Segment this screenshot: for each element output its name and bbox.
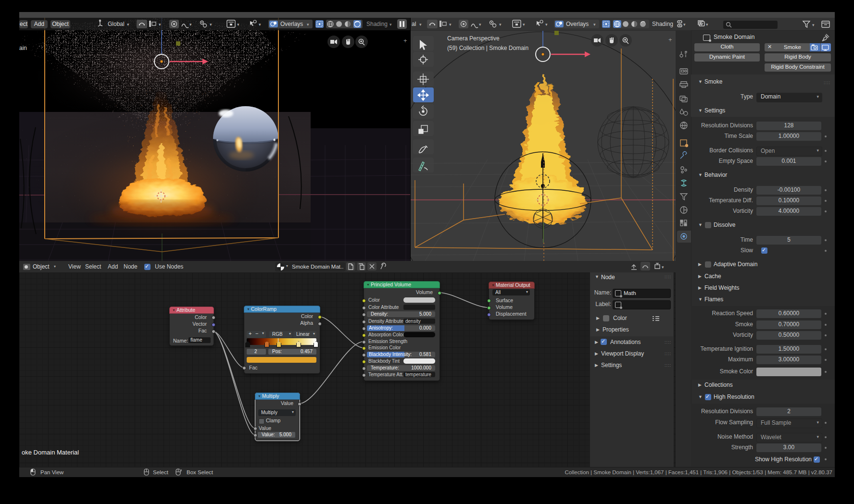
svg-text:▾: ▾ <box>210 22 212 27</box>
svg-text:▾: ▾ <box>237 22 239 27</box>
svg-text:Shading: Shading <box>652 21 673 27</box>
svg-text:▾: ▾ <box>419 22 422 27</box>
svg-text:(59) Collection | Smoke Domain: (59) Collection | Smoke Domain <box>447 45 528 51</box>
svg-text:▾: ▾ <box>662 265 664 270</box>
svg-text:Camera Perspective: Camera Perspective <box>447 35 500 42</box>
svg-text:ain: ain <box>19 45 27 51</box>
svg-text:▾: ▾ <box>593 22 596 27</box>
svg-text:▾: ▾ <box>259 22 261 27</box>
svg-text:▾: ▾ <box>812 23 815 27</box>
svg-text:▾: ▾ <box>189 22 192 27</box>
svg-text:+: + <box>403 37 407 44</box>
svg-text:▾: ▾ <box>545 22 548 27</box>
svg-text:+: + <box>668 36 672 43</box>
svg-text:▾: ▾ <box>307 22 309 27</box>
svg-text:▾: ▾ <box>683 22 686 27</box>
svg-text:▾: ▾ <box>449 22 452 27</box>
svg-text:▾: ▾ <box>479 22 481 27</box>
svg-text:Overlays: Overlays <box>566 21 589 27</box>
svg-text:Shading: Shading <box>366 21 388 27</box>
svg-text:▾: ▾ <box>127 22 129 27</box>
svg-text:▾: ▾ <box>523 22 525 27</box>
svg-text:Overlays: Overlays <box>280 21 303 27</box>
svg-text:al: al <box>412 21 416 27</box>
svg-text:Global: Global <box>108 21 125 27</box>
svg-text:▾: ▾ <box>159 22 161 27</box>
svg-text:▾: ▾ <box>499 22 502 27</box>
svg-text:▾: ▾ <box>706 22 708 27</box>
svg-text:▾: ▾ <box>389 22 392 27</box>
